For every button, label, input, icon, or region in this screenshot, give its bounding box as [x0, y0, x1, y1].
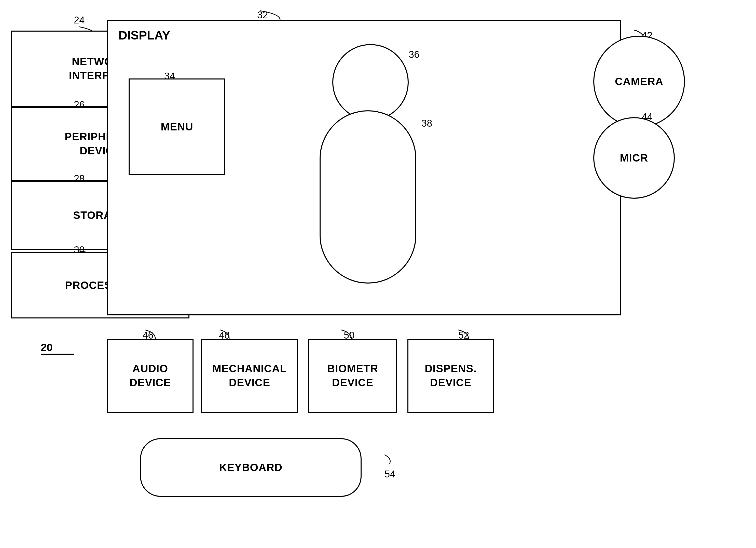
ref-38: 38	[421, 118, 432, 129]
ref-54: 54	[384, 469, 395, 480]
diagram: 24 NETWORKINTERFACE 26 PERIPHERALDEVICE …	[0, 0, 756, 548]
keyboard-box: KEYBOARD	[140, 438, 362, 497]
upper-circle	[332, 44, 409, 120]
biometr-device-box: BIOMETRDEVICE	[308, 339, 397, 413]
display-label: DISPLAY	[118, 28, 170, 42]
menu-label: MENU	[161, 120, 193, 134]
audio-device-label: AUDIODEVICE	[130, 362, 171, 390]
display-box: DISPLAY 34 MENU 36 38	[107, 20, 621, 316]
micr-label: MICR	[620, 151, 648, 165]
ref-24: 24	[74, 15, 85, 26]
ref-32: 32	[257, 10, 268, 21]
biometr-device-label: BIOMETRDEVICE	[327, 362, 378, 390]
camera-label: CAMERA	[615, 75, 663, 89]
lower-rounded-shape	[320, 110, 416, 284]
dispens-device-box: DISPENS.DEVICE	[407, 339, 494, 413]
mechanical-device-label: MECHANICALDEVICE	[212, 362, 287, 390]
menu-box: MENU	[129, 78, 225, 175]
ref-20: 20	[41, 342, 74, 355]
keyboard-label: KEYBOARD	[219, 461, 282, 475]
micr-circle: MICR	[593, 117, 675, 199]
ref-36: 36	[409, 49, 419, 60]
audio-device-box: AUDIODEVICE	[107, 339, 194, 413]
mechanical-device-box: MECHANICALDEVICE	[201, 339, 298, 413]
camera-circle: CAMERA	[593, 36, 685, 127]
dispens-device-label: DISPENS.DEVICE	[425, 362, 477, 390]
